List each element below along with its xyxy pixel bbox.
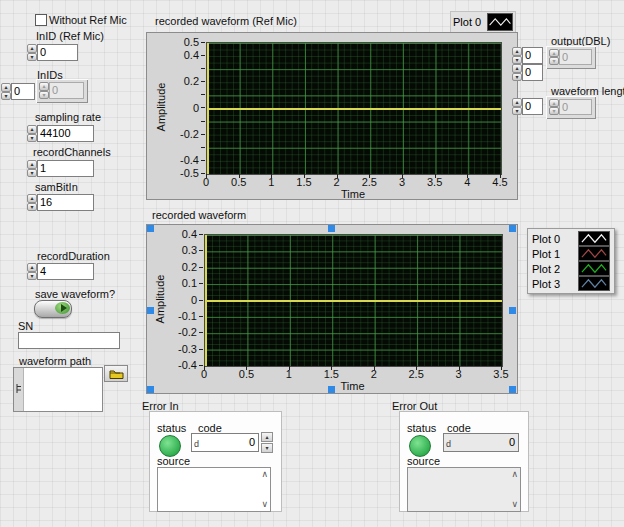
plot-style-icon[interactable]	[578, 246, 610, 261]
output-dbl-index1-value[interactable]: 0	[522, 47, 543, 64]
increment-decrement-icon: ▴▾	[549, 99, 559, 115]
selection-handle[interactable]	[509, 386, 516, 393]
record-duration-control[interactable]: ▴▾ 4	[27, 263, 94, 280]
error-in-status-label: status	[157, 422, 186, 434]
y-tick-label: 0.2	[182, 261, 197, 272]
output-dbl-index2-value[interactable]: 0	[522, 64, 543, 81]
record-channels-label: recordChannels	[33, 146, 111, 158]
graph1-legend[interactable]: Plot 0	[450, 11, 516, 33]
increment-decrement-icon[interactable]: ▴▾	[1, 83, 11, 100]
waveform-length-index-value[interactable]: 0	[522, 98, 543, 115]
path-type-icon	[15, 383, 23, 394]
save-waveform-label: save waveform?	[35, 288, 115, 300]
record-duration-value[interactable]: 4	[37, 263, 94, 280]
selection-handle[interactable]	[509, 225, 516, 232]
y-tick-label: -0.2	[180, 128, 199, 139]
error-in-code-input[interactable]: d 0	[191, 433, 259, 452]
selection-handle[interactable]	[328, 225, 335, 232]
plot-style-icon[interactable]	[487, 13, 513, 31]
sampling-rate-value[interactable]: 44100	[37, 125, 94, 142]
y-tick-label: -0.2	[178, 327, 197, 338]
folder-icon	[109, 369, 124, 379]
legend-item[interactable]: Plot 2	[532, 261, 610, 276]
graph1-plot-area[interactable]	[206, 42, 502, 175]
error-out-source-indicator: ∧ ∨	[407, 467, 521, 512]
selection-handle[interactable]	[147, 307, 154, 314]
error-in-code-value[interactable]: 0	[249, 436, 255, 448]
save-waveform-switch[interactable]	[34, 300, 72, 318]
record-channels-control[interactable]: ▴▾ 1	[27, 160, 94, 177]
sampling-rate-label: sampling rate	[35, 111, 101, 123]
scroll-down-icon[interactable]: ∨	[261, 500, 268, 509]
y-tick-label: -0.3	[178, 343, 197, 354]
inids-array-shell: ▴▾ 0	[36, 79, 88, 103]
increment-decrement-icon[interactable]: ▴▾	[512, 98, 522, 115]
increment-button[interactable]: ▴	[261, 432, 273, 442]
y-tick-label: 0	[193, 102, 199, 113]
waveform-length-element-value: 0	[559, 99, 592, 115]
waveform-length-array-shell: ▴▾ 0	[546, 96, 596, 119]
sam-bit-in-label: samBitIn	[35, 181, 78, 193]
error-in-source-input[interactable]: ∧ ∨	[157, 467, 271, 512]
increment-decrement-icon[interactable]: ▴▾	[27, 263, 37, 280]
scroll-up-icon[interactable]: ∧	[511, 470, 518, 479]
y-tick-label: -0.1	[178, 310, 197, 321]
waveform-path-input[interactable]	[13, 367, 103, 412]
sam-bit-in-control[interactable]: ▴▾ 16	[27, 194, 94, 211]
graph2-title: recorded waveform	[152, 209, 246, 221]
graph2-plot-area[interactable]	[204, 234, 503, 367]
selection-handle[interactable]	[147, 386, 154, 393]
selection-handle[interactable]	[147, 225, 154, 232]
increment-decrement-icon[interactable]: ▴▾	[27, 125, 37, 142]
inid-ref-mic-value[interactable]: 0	[37, 44, 78, 61]
without-ref-mic-checkbox[interactable]	[35, 14, 47, 26]
legend-item[interactable]: Plot 3	[532, 276, 610, 291]
graph2-y-scale[interactable]: 0.40.30.20.10-0.1-0.2-0.3-0.4	[163, 234, 197, 365]
radix-indicator[interactable]: d	[194, 439, 199, 449]
graph2-legend[interactable]: Plot 0Plot 1Plot 2Plot 3	[527, 228, 615, 294]
scroll-up-icon[interactable]: ∧	[261, 470, 268, 479]
legend-item[interactable]: Plot 0	[532, 231, 610, 246]
plot-style-icon[interactable]	[578, 231, 610, 246]
error-out-cluster: status code d 0 source ∧ ∨	[399, 411, 529, 512]
legend-item[interactable]: Plot 0	[453, 13, 513, 31]
play-arrow-icon	[61, 304, 67, 312]
inids-element: ▴▾ 0	[39, 82, 84, 99]
waveform-graph-ref-mic[interactable]: 0.50.40.20-0.2-0.4-0.5 00.511.522.533.54…	[146, 32, 518, 200]
legend-plot-label: Plot 2	[532, 263, 560, 275]
increment-decrement-icon[interactable]: ▴▾	[512, 47, 522, 64]
y-tick-label: -0.4	[178, 360, 197, 371]
error-out-status-led	[409, 435, 431, 457]
increment-decrement-icon[interactable]: ▴▾	[27, 194, 37, 211]
waveform-graph[interactable]: 0.40.30.20.10-0.1-0.2-0.3-0.4 00.511.522…	[146, 224, 518, 394]
legend-plot-label: Plot 0	[532, 233, 560, 245]
decrement-button[interactable]: ▾	[261, 443, 273, 453]
legend-item[interactable]: Plot 1	[532, 246, 610, 261]
waveform-length-index[interactable]: ▴▾ 0	[512, 98, 543, 115]
waveform-length-element: ▴▾ 0	[549, 99, 592, 115]
browse-button[interactable]	[104, 365, 128, 382]
increment-decrement-icon[interactable]: ▴▾	[27, 44, 37, 61]
record-channels-value[interactable]: 1	[37, 160, 94, 177]
error-in-cluster: status code d 0 ▴ ▾ source ∧ ∨	[149, 411, 282, 512]
error-out-code-value: 0	[509, 436, 515, 448]
output-dbl-index2[interactable]: ▴▾ 0	[512, 64, 543, 81]
error-in-status-led[interactable]	[159, 435, 181, 457]
output-dbl-index1[interactable]: ▴▾ 0	[512, 47, 543, 64]
y-tick-label: -0.4	[180, 154, 199, 165]
scroll-down-icon[interactable]: ∨	[511, 500, 518, 509]
selection-handle[interactable]	[328, 386, 335, 393]
sn-input[interactable]	[18, 332, 120, 349]
plot-style-icon[interactable]	[578, 276, 610, 291]
graph1-y-scale[interactable]: 0.50.40.20-0.2-0.4-0.5	[165, 42, 199, 173]
sampling-rate-control[interactable]: ▴▾ 44100	[27, 125, 94, 142]
selection-handle[interactable]	[509, 307, 516, 314]
inids-index-control[interactable]: ▴▾ 0	[1, 83, 35, 100]
increment-decrement-icon[interactable]: ▴▾	[27, 160, 37, 177]
inid-ref-mic-control[interactable]: ▴▾ 0	[27, 44, 78, 61]
inids-index-value[interactable]: 0	[11, 83, 35, 100]
graph2-zero-plot-line	[205, 300, 502, 302]
plot-style-icon[interactable]	[578, 261, 610, 276]
sam-bit-in-value[interactable]: 16	[37, 194, 94, 211]
increment-decrement-icon[interactable]: ▴▾	[512, 64, 522, 81]
